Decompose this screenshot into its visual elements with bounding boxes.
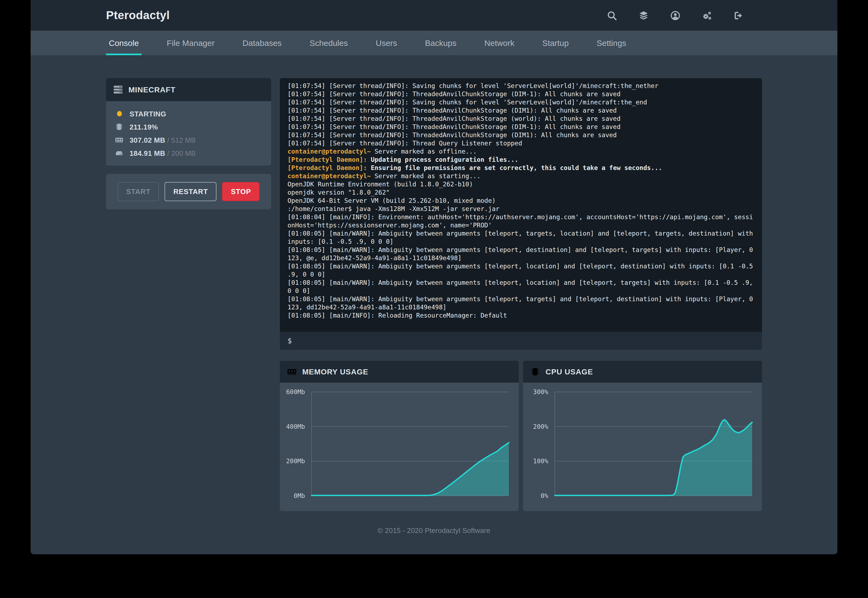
console-line: [01:07:54] [Server thread/INFO]: Thread … bbox=[287, 139, 754, 148]
top-header: Pterodactyl bbox=[31, 0, 837, 31]
console-line: openjdk version "1.8.0_262" bbox=[287, 188, 754, 197]
logout-icon[interactable] bbox=[734, 10, 743, 20]
svg-text:200Mb: 200Mb bbox=[286, 457, 305, 465]
console-line: :/home/container$ java -Xms128M -Xmx512M… bbox=[287, 205, 754, 213]
nav-bar: ConsoleFile ManagerDatabasesSchedulesUse… bbox=[31, 31, 837, 55]
stop-button[interactable]: STOP bbox=[222, 182, 260, 201]
footer-copyright: © 2015 - 2020 Pterodactyl Software bbox=[31, 526, 837, 535]
console-line: [01:08:05] [main/WARN]: Ambiguity betwee… bbox=[287, 262, 754, 279]
svg-text:0%: 0% bbox=[541, 492, 548, 499]
console-line: [01:07:54] [Server thread/INFO]: Saving … bbox=[287, 99, 754, 106]
cpu-chart-title: CPU USAGE bbox=[545, 367, 593, 376]
svg-text:300%: 300% bbox=[533, 389, 548, 395]
console-panel: [01:07:54] [Server thread/INFO]: Saving … bbox=[280, 78, 762, 350]
memory-chart-icon bbox=[287, 367, 296, 376]
console-line: [01:07:54] [Server thread/INFO]: Threade… bbox=[287, 106, 754, 115]
tab-console[interactable]: Console bbox=[106, 31, 142, 55]
tab-network[interactable]: Network bbox=[481, 31, 517, 55]
server-info-panel: MINECRAFT STARTING 211.19% bbox=[106, 78, 271, 166]
page: Pterodactyl bbox=[31, 0, 837, 554]
console-line: [01:07:54] [Server thread/INFO]: Threade… bbox=[287, 123, 754, 131]
app-title: Pterodactyl bbox=[106, 9, 170, 22]
memory-usage-panel: MEMORY USAGE 600Mb400Mb200Mb0Mb bbox=[280, 361, 519, 511]
disk-used: 184.91 MB bbox=[130, 149, 165, 157]
console-column: [01:07:54] [Server thread/INFO]: Saving … bbox=[280, 78, 762, 511]
cpu-usage-row: 211.19% bbox=[115, 120, 262, 133]
console-line: [Pterodactyl Daemon]: Updating process c… bbox=[287, 156, 754, 164]
microchip-icon bbox=[115, 123, 124, 131]
tab-users[interactable]: Users bbox=[373, 31, 400, 55]
cpu-chart-icon bbox=[531, 367, 539, 376]
nav-tabs: ConsoleFile ManagerDatabasesSchedulesUse… bbox=[106, 31, 762, 55]
console-line: [01:08:05] [main/WARN]: Ambiguity betwee… bbox=[287, 295, 754, 312]
server-status-row: STARTING bbox=[115, 107, 262, 120]
header-actions bbox=[607, 10, 743, 20]
console-line: OpenJDK 64-Bit Server VM (build 25.262-b… bbox=[287, 197, 754, 205]
memory-icon bbox=[115, 136, 124, 144]
app-root: Pterodactyl bbox=[0, 0, 868, 598]
server-icon bbox=[114, 85, 123, 94]
tab-settings[interactable]: Settings bbox=[594, 31, 629, 55]
cpu-chart: 300%200%100%0% bbox=[523, 383, 762, 511]
charts-row: MEMORY USAGE 600Mb400Mb200Mb0Mb CPU USAG… bbox=[280, 361, 762, 511]
cpu-usage-panel: CPU USAGE 300%200%100%0% bbox=[523, 361, 762, 511]
tab-schedules[interactable]: Schedules bbox=[307, 31, 351, 55]
console-line: [01:07:54] [Server thread/INFO]: Threade… bbox=[287, 131, 754, 139]
disk-total: / 200 MB bbox=[165, 149, 196, 157]
console-line: [01:07:54] [Server thread/INFO]: Threade… bbox=[287, 90, 754, 99]
cpu-usage-value: 211.19% bbox=[130, 123, 158, 131]
memory-chart-svg: 600Mb400Mb200Mb0Mb bbox=[280, 383, 519, 511]
console-line: [01:08:05] [main/WARN]: Ambiguity betwee… bbox=[287, 246, 754, 262]
memory-chart: 600Mb400Mb200Mb0Mb bbox=[280, 383, 519, 511]
console-line: container@pterodactyl~ Server marked as … bbox=[287, 148, 754, 156]
layers-icon[interactable] bbox=[638, 10, 648, 20]
start-button[interactable]: START bbox=[118, 182, 159, 201]
status-dot-icon bbox=[115, 111, 124, 117]
console-line: OpenJDK Runtime Environment (build 1.8.0… bbox=[287, 180, 754, 188]
server-name: MINECRAFT bbox=[128, 85, 175, 94]
svg-text:0Mb: 0Mb bbox=[294, 492, 305, 499]
tab-databases[interactable]: Databases bbox=[240, 31, 284, 55]
tab-file-manager[interactable]: File Manager bbox=[164, 31, 217, 55]
console-line: [01:07:54] [Server thread/INFO]: Threade… bbox=[287, 115, 754, 123]
console-line: [01:07:54] [Server thread/INFO]: Saving … bbox=[287, 82, 754, 90]
svg-text:100%: 100% bbox=[533, 457, 548, 465]
svg-text:400Mb: 400Mb bbox=[286, 423, 305, 430]
svg-text:600Mb: 600Mb bbox=[286, 389, 305, 395]
power-controls-panel: START RESTART STOP bbox=[106, 174, 271, 209]
console-line: container@pterodactyl~ Server marked as … bbox=[287, 172, 754, 180]
console-log[interactable]: [01:07:54] [Server thread/INFO]: Saving … bbox=[280, 78, 762, 332]
console-line: [01:08:05] [main/WARN]: Ambiguity betwee… bbox=[287, 279, 754, 295]
search-icon[interactable] bbox=[607, 10, 617, 20]
restart-button[interactable]: RESTART bbox=[164, 182, 217, 201]
console-line: [01:08:04] [main/INFO]: Environment: aut… bbox=[287, 213, 754, 230]
cpu-chart-svg: 300%200%100%0% bbox=[523, 383, 762, 511]
command-input[interactable] bbox=[297, 336, 754, 345]
command-row: $ bbox=[280, 332, 762, 350]
console-line: [Pterodactyl Daemon]: Ensuring file perm… bbox=[287, 164, 754, 172]
tab-backups[interactable]: Backups bbox=[422, 31, 459, 55]
command-prompt: $ bbox=[287, 337, 292, 345]
tab-startup[interactable]: Startup bbox=[539, 31, 571, 55]
memory-chart-title: MEMORY USAGE bbox=[302, 367, 368, 376]
gears-icon[interactable] bbox=[702, 10, 712, 20]
user-icon[interactable] bbox=[670, 10, 680, 20]
disk-usage-row: 184.91 MB / 200 MB bbox=[115, 147, 262, 160]
console-line: [01:08:05] [main/WARN]: Ambiguity betwee… bbox=[287, 230, 754, 246]
svg-text:200%: 200% bbox=[533, 423, 548, 430]
main-content: MINECRAFT STARTING 211.19% bbox=[106, 55, 762, 511]
hdd-icon bbox=[115, 149, 124, 157]
memory-total: / 512 MB bbox=[165, 136, 196, 144]
memory-used: 307.02 MB bbox=[130, 136, 165, 144]
memory-usage-row: 307.02 MB / 512 MB bbox=[115, 133, 262, 147]
server-sidebar: MINECRAFT STARTING 211.19% bbox=[106, 78, 271, 511]
server-status: STARTING bbox=[130, 110, 166, 118]
console-line: [01:08:05] [main/INFO]: Reloading Resour… bbox=[287, 312, 754, 320]
